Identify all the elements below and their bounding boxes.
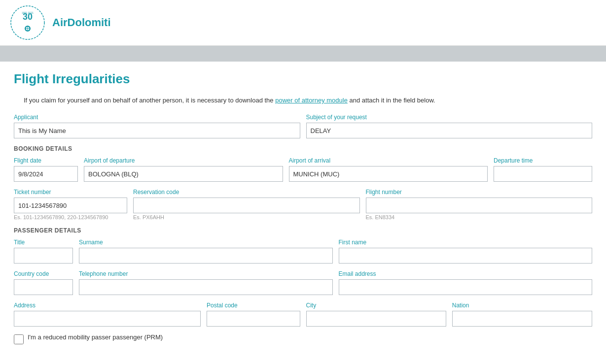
address-group: Address [14, 302, 201, 327]
address-label: Address [14, 302, 201, 309]
city-group: City [306, 302, 446, 327]
ticket-number-group: Ticket number Es. 101-1234567890, 220-12… [14, 189, 127, 220]
flight-number-hint: Es. EN8334 [366, 214, 593, 220]
city-label: City [306, 302, 446, 309]
nation-label: Nation [452, 302, 592, 309]
header: 30 1991-2021 AirDolomiti [0, 0, 606, 46]
applicant-group: Applicant [14, 114, 300, 138]
page-title: Flight Irregularities [14, 71, 592, 87]
prm-group: I'm a reduced mobility passer passenger … [14, 333, 592, 344]
passenger-section-header: PASSENGER DETAILS [14, 227, 592, 234]
country-code-label: Country code [14, 270, 73, 277]
airport-arrival-input[interactable] [289, 166, 488, 182]
main-content: Flight Irregularities If you claim for y… [0, 62, 606, 354]
brand-name: AirDolomiti [52, 16, 111, 29]
email-group: Email address [339, 270, 593, 295]
logo-icon: 30 1991-2021 [10, 5, 49, 40]
flight-number-group: Flight number Es. EN8334 [366, 189, 593, 220]
subject-label: Subject of your request [306, 114, 593, 121]
address-row: Address Postal code City Nation [14, 302, 592, 327]
first-name-label: First name [339, 239, 593, 246]
country-code-input[interactable] [14, 279, 73, 295]
reservation-code-group: Reservation code Es. PX6AHH [133, 189, 360, 220]
svg-text:1991-2021: 1991-2021 [22, 11, 34, 14]
nation-group: Nation [452, 302, 592, 327]
gray-band [0, 46, 606, 62]
booking-section-header: BOOKING DETAILS [14, 145, 592, 152]
passenger-name-row: Title Surname First name [14, 239, 592, 264]
title-group: Title [14, 239, 73, 264]
prm-checkbox[interactable] [14, 334, 24, 344]
email-input[interactable] [339, 279, 593, 295]
airport-departure-group: Airport of departure [84, 157, 283, 182]
surname-input[interactable] [79, 248, 333, 264]
departure-time-label: Departure time [494, 157, 592, 164]
first-name-group: First name [339, 239, 593, 264]
ticket-number-input[interactable] [14, 198, 127, 213]
surname-group: Surname [79, 239, 333, 264]
title-label: Title [14, 239, 73, 246]
departure-time-input[interactable] [494, 166, 592, 182]
flight-number-label: Flight number [366, 189, 593, 196]
address-input[interactable] [14, 311, 201, 327]
reservation-code-input[interactable] [133, 198, 360, 213]
power-of-attorney-link[interactable]: power of attorney module [275, 97, 348, 104]
flight-details-row: Flight date Airport of departure Airport… [14, 157, 592, 182]
flight-date-label: Flight date [14, 157, 78, 164]
flight-number-input[interactable] [366, 198, 593, 213]
info-text-after-text: and attach it in the field below. [350, 97, 435, 104]
info-paragraph: If you claim for yourself and on behalf … [24, 97, 592, 104]
applicant-label: Applicant [14, 114, 300, 121]
logo-area: 30 1991-2021 AirDolomiti [10, 5, 596, 40]
info-text-before: If you claim for yourself and on behalf … [24, 97, 274, 104]
country-code-group: Country code [14, 270, 73, 295]
telephone-group: Telephone number [79, 270, 333, 295]
airport-departure-label: Airport of departure [84, 157, 283, 164]
ticket-row: Ticket number Es. 101-1234567890, 220-12… [14, 189, 592, 220]
prm-label[interactable]: I'm a reduced mobility passer passenger … [28, 333, 163, 341]
applicant-subject-row: Applicant Subject of your request [14, 114, 592, 138]
title-input[interactable] [14, 248, 73, 264]
postal-code-label: Postal code [207, 302, 300, 309]
applicant-input[interactable] [14, 123, 300, 138]
telephone-label: Telephone number [79, 270, 333, 277]
nation-input[interactable] [452, 311, 592, 327]
telephone-input[interactable] [79, 279, 333, 295]
subject-input[interactable] [306, 123, 593, 138]
flight-date-group: Flight date [14, 157, 78, 182]
contact-row: Country code Telephone number Email addr… [14, 270, 592, 295]
surname-label: Surname [79, 239, 333, 246]
reservation-code-label: Reservation code [133, 189, 360, 196]
reservation-code-hint: Es. PX6AHH [133, 214, 360, 220]
airport-arrival-group: Airport of arrival [289, 157, 488, 182]
first-name-input[interactable] [339, 248, 593, 264]
departure-time-group: Departure time [494, 157, 592, 182]
postal-code-input[interactable] [207, 311, 300, 327]
subject-group: Subject of your request [306, 114, 593, 138]
ticket-number-hint: Es. 101-1234567890, 220-1234567890 [14, 214, 127, 220]
email-label: Email address [339, 270, 593, 277]
flight-date-input[interactable] [14, 166, 78, 182]
ticket-number-label: Ticket number [14, 189, 127, 196]
airport-departure-input[interactable] [84, 166, 283, 182]
postal-code-group: Postal code [207, 302, 300, 327]
city-input[interactable] [306, 311, 446, 327]
airport-arrival-label: Airport of arrival [289, 157, 488, 164]
